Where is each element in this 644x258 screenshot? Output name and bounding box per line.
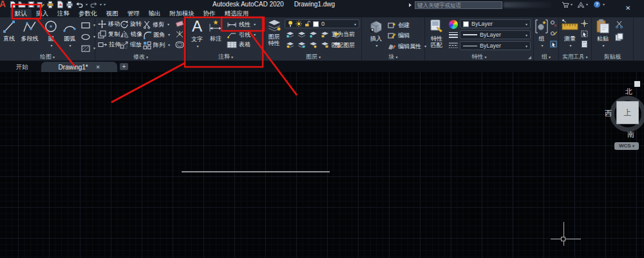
- minimize-icon[interactable]: ‾: [634, 0, 636, 6]
- plot-icon[interactable]: [46, 1, 54, 8]
- search-expand-icon[interactable]: [409, 3, 412, 7]
- save-icon[interactable]: [28, 1, 35, 8]
- save-as-icon[interactable]: [37, 1, 44, 8]
- publish-icon[interactable]: [56, 1, 64, 8]
- tab-view[interactable]: 视图: [102, 9, 123, 17]
- panel-label-utilities[interactable]: 实用工具: [559, 53, 591, 60]
- redo-dropdown-icon[interactable]: ▾: [100, 1, 102, 8]
- viewcube-north-label[interactable]: 北: [625, 88, 632, 96]
- app-logo-icon[interactable]: A: [0, 0, 6, 9]
- text-button[interactable]: A 文字: [189, 18, 205, 50]
- paste-button[interactable]: 粘贴: [594, 19, 611, 49]
- search-input[interactable]: [415, 1, 502, 9]
- rotate-button[interactable]: 旋转: [120, 20, 142, 28]
- group-select-icon[interactable]: [550, 41, 557, 48]
- undo-dropdown-icon[interactable]: ▾: [86, 1, 88, 8]
- polyline-button[interactable]: 多段线: [17, 19, 42, 42]
- line-button[interactable]: 直线: [1, 19, 17, 42]
- match-layer-button[interactable]: 匹配图层: [332, 41, 355, 50]
- erase-icon[interactable]: [175, 21, 184, 28]
- autodesk-logo-icon[interactable]: [577, 1, 585, 8]
- tab-addins[interactable]: 附加模块: [166, 9, 199, 17]
- file-tab-close-icon[interactable]: ✕: [96, 64, 100, 70]
- mirror-button[interactable]: 镜像: [120, 30, 142, 39]
- autodesk-dropdown-icon[interactable]: ▾: [586, 1, 588, 8]
- circle-button[interactable]: 圆: [43, 19, 59, 49]
- help-icon[interactable]: ?: [594, 1, 600, 8]
- edit-attributes-button[interactable]: 编辑属性: [388, 42, 426, 51]
- array-dropdown-icon[interactable]: [167, 41, 170, 50]
- undo-icon[interactable]: [75, 1, 84, 8]
- file-tab-drawing1[interactable]: Drawing1* ✕: [41, 62, 117, 72]
- leader-dropdown-icon[interactable]: [252, 30, 256, 39]
- panel-label-layers[interactable]: 图层: [265, 53, 361, 60]
- leader-button[interactable]: 引线: [227, 30, 256, 39]
- edit-block-button[interactable]: 编辑: [388, 32, 410, 40]
- redo-icon[interactable]: [90, 1, 98, 8]
- create-block-button[interactable]: 创建: [388, 21, 410, 30]
- scale-button[interactable]: 缩放: [120, 41, 142, 49]
- trim-dropdown-icon[interactable]: [166, 20, 169, 29]
- arc-dropdown-icon[interactable]: [68, 42, 71, 49]
- measure-dropdown-icon[interactable]: [568, 42, 571, 49]
- rectangle-button[interactable]: [81, 21, 95, 30]
- trim-button[interactable]: 修剪: [143, 20, 169, 29]
- new-file-icon[interactable]: [9, 1, 16, 8]
- object-color-dropdown[interactable]: ByLayer ▾: [460, 19, 531, 28]
- close-window-icon[interactable]: ✕: [625, 5, 630, 12]
- open-folder-icon[interactable]: [18, 1, 26, 8]
- group-button[interactable]: 组: [535, 19, 549, 49]
- stretch-button[interactable]: 拉伸: [98, 41, 120, 49]
- app-store-cart-icon[interactable]: [562, 1, 569, 8]
- layer-isolate-icon[interactable]: [309, 31, 317, 38]
- lineweight-dropdown[interactable]: ByLayer ▾: [460, 30, 531, 39]
- insert-block-button[interactable]: 插入: [367, 19, 385, 49]
- paste-dropdown-icon[interactable]: [601, 42, 604, 49]
- layer-unlock-all-icon[interactable]: [321, 41, 329, 48]
- viewcube-top-face[interactable]: 上: [616, 101, 639, 124]
- panel-label-clipboard[interactable]: 剪贴板: [592, 53, 633, 60]
- ellipse-button[interactable]: [81, 32, 95, 41]
- tab-manage[interactable]: 管理: [123, 9, 144, 17]
- viewcube-corner-marker[interactable]: [634, 81, 640, 87]
- layer-lock-icon[interactable]: [321, 31, 329, 38]
- cut-icon[interactable]: [615, 21, 623, 28]
- panel-label-annotation[interactable]: 注释: [187, 53, 265, 60]
- text-dropdown-icon[interactable]: [195, 42, 198, 50]
- help-dropdown-icon[interactable]: ▾: [603, 1, 605, 8]
- panel-label-draw[interactable]: 绘图: [0, 53, 95, 60]
- layer-properties-button[interactable]: 图层 特性: [265, 19, 283, 46]
- properties-panel-launcher-icon[interactable]: [528, 56, 531, 59]
- layer-walk-icon[interactable]: [286, 41, 294, 48]
- quick-select-icon[interactable]: [581, 30, 588, 37]
- tab-annotate[interactable]: 注释: [53, 9, 74, 17]
- viewcube-west-label[interactable]: 西: [605, 109, 612, 118]
- fillet-button[interactable]: 圆角: [143, 30, 170, 39]
- dimension-button[interactable]: 标注: [207, 19, 225, 42]
- offset-icon[interactable]: [175, 41, 184, 48]
- tab-parametric[interactable]: 参数化: [74, 9, 102, 17]
- explode-icon[interactable]: [175, 31, 184, 38]
- hatch-button[interactable]: [81, 44, 95, 53]
- fillet-dropdown-icon[interactable]: [167, 30, 170, 39]
- measure-button[interactable]: 测量: [561, 19, 579, 49]
- tab-output[interactable]: 输出: [144, 9, 166, 17]
- panel-label-properties[interactable]: 特性: [425, 53, 533, 60]
- make-current-button[interactable]: 置为当前: [332, 30, 355, 39]
- panel-label-groups[interactable]: 组: [534, 53, 558, 60]
- layer-select-dropdown[interactable]: 0 ▾: [285, 19, 359, 28]
- group-dropdown-icon[interactable]: [540, 42, 543, 49]
- group-edit-icon[interactable]: [550, 30, 557, 37]
- linetype-dropdown[interactable]: ByLayer ▾: [460, 41, 531, 50]
- circle-dropdown-icon[interactable]: [49, 42, 52, 49]
- print-icon[interactable]: [66, 1, 73, 8]
- layer-freeze-all-icon[interactable]: [298, 41, 306, 48]
- copy-button[interactable]: 复制: [98, 30, 120, 39]
- table-button[interactable]: 表格: [227, 41, 251, 49]
- file-tab-start[interactable]: 开始: [5, 61, 39, 72]
- match-properties-button[interactable]: 特性 匹配: [427, 19, 446, 48]
- layer-off-icon[interactable]: [298, 31, 306, 38]
- tab-collaborate[interactable]: 协作: [199, 9, 220, 17]
- layer-thaw-all-icon[interactable]: [309, 41, 317, 48]
- linear-dropdown-icon[interactable]: [252, 20, 256, 29]
